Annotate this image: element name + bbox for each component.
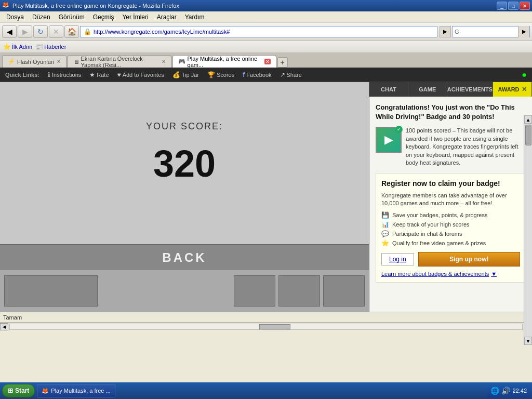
login-button[interactable]: Log in xyxy=(381,253,414,265)
menu-edit[interactable]: Düzen xyxy=(28,12,55,22)
score-value: 320 xyxy=(153,142,216,185)
bookmark-haberler[interactable]: 📰 Haberler xyxy=(35,43,66,50)
address-icon: 🔒 xyxy=(84,28,91,35)
windows-logo: ⊞ xyxy=(8,387,13,394)
volume-tray-icon: 🔊 xyxy=(501,387,510,395)
coin-icon: 💰 xyxy=(172,71,180,78)
thumb-2 xyxy=(278,275,320,307)
search-engine-icon: G xyxy=(453,29,461,35)
status-text: Tamam xyxy=(3,314,529,321)
ql-rate[interactable]: ★ Rate xyxy=(89,71,109,78)
scrollbar-track xyxy=(9,324,523,330)
window-title: Play Multitask, a free online game on Ko… xyxy=(12,3,497,9)
thumb-3 xyxy=(323,275,365,307)
sidebar-tabs: CHAT GAME ACHIEVEMENTS AWARD ✕ xyxy=(369,82,532,97)
benefit-4: ⭐ Qualify for free video games & prizes xyxy=(381,240,520,247)
stop-button[interactable]: ✕ xyxy=(49,25,63,38)
menu-bar: Dosya Düzen Görünüm Geçmiş Yer İmleri Ar… xyxy=(0,11,532,23)
tab-game[interactable]: GAME xyxy=(408,82,447,97)
bookmark-bar: ⭐ İlk Adım 📰 Haberler xyxy=(0,41,532,53)
horizontal-scrollbar[interactable]: ◀ ▶ xyxy=(0,322,532,330)
tab-overclock[interactable]: 🖥 Ekran Kartına Overclock Yapmak (Resi..… xyxy=(68,55,171,68)
congrats-title: Congratulations! You just won the "Do Th… xyxy=(376,103,526,122)
tab-flash[interactable]: ⚡ Flash Oyunları ✕ xyxy=(2,55,66,68)
forward-nav-button[interactable]: ▶ xyxy=(18,25,32,38)
back-nav-button[interactable]: ◀ xyxy=(2,25,17,38)
restore-button[interactable]: □ xyxy=(508,2,518,10)
network-tray-icon: 🌐 xyxy=(490,387,499,395)
kongregate-logo-dot: ● xyxy=(522,70,527,79)
menu-tools[interactable]: Araçlar xyxy=(153,12,181,22)
menu-file[interactable]: Dosya xyxy=(2,12,28,22)
menu-history[interactable]: Geçmiş xyxy=(89,12,118,22)
ql-tipjar[interactable]: 💰 Tip Jar xyxy=(172,71,199,78)
register-box: Register now to claim your badge! Kongre… xyxy=(376,173,526,283)
search-go-button[interactable]: ▶ xyxy=(518,26,529,37)
signup-button[interactable]: Sign up now! xyxy=(418,252,520,267)
tab-close-multitask[interactable]: ✕ xyxy=(264,59,271,64)
ql-favorites[interactable]: ♥ Add to Favorites xyxy=(117,71,164,78)
sidebar: CHAT GAME ACHIEVEMENTS AWARD ✕ Congratul… xyxy=(369,82,532,312)
system-tray: 🌐 🔊 22:42 xyxy=(487,384,530,397)
facebook-icon: f xyxy=(243,71,245,78)
taskbar-multitask[interactable]: 🦊 Play Multitask, a free ... xyxy=(37,384,115,397)
start-button[interactable]: ⊞ Start xyxy=(2,384,35,397)
close-button[interactable]: ✕ xyxy=(520,2,530,10)
scroll-up-arrow[interactable]: ▲ xyxy=(524,115,532,124)
game-panel: YOUR SCORE: 320 BACK xyxy=(0,82,369,312)
taskbar: ⊞ Start 🦊 Play Multitask, a free ... 🌐 🔊… xyxy=(0,382,532,399)
bookmark-ilk-adim[interactable]: ⭐ İlk Adım xyxy=(3,43,32,50)
ql-scores[interactable]: 🏆 Scores xyxy=(207,71,234,78)
scroll-down-arrow[interactable]: ▼ xyxy=(524,337,532,345)
badge-icon: ▶ ✓ xyxy=(376,127,402,153)
scroll-thumb[interactable] xyxy=(525,125,531,145)
ql-share[interactable]: ↗ Share xyxy=(280,71,302,78)
badge-play-icon: ▶ xyxy=(384,133,393,147)
chevron-down-icon: ▼ xyxy=(491,271,497,277)
main-area: Quick Links: ℹ Instructions ★ Rate ♥ Add… xyxy=(0,68,532,312)
badge-row: ▶ ✓ 100 points scored – This badge will … xyxy=(376,127,526,167)
clock: 22:42 xyxy=(512,388,527,394)
firefox-taskbar-icon: 🦊 xyxy=(42,388,49,394)
game-layout: YOUR SCORE: 320 BACK CHAT GAME xyxy=(0,82,532,312)
address-go-button[interactable]: ▶ xyxy=(440,26,451,37)
address-text: http://www.kongregate.com/games/IcyLime/… xyxy=(94,29,434,35)
prize-icon: ⭐ xyxy=(381,240,389,247)
search-bar: G ▶ xyxy=(452,26,530,37)
badge-check-icon: ✓ xyxy=(395,126,403,133)
sidebar-scrollbar[interactable]: ▲ ▼ xyxy=(524,115,532,345)
menu-view[interactable]: Görünüm xyxy=(55,12,89,22)
learn-more-link[interactable]: Learn more about badges & achievements ▼ xyxy=(381,271,520,277)
tab-multitask[interactable]: 🎮 Play Multitask, a free online gam... ✕ xyxy=(172,55,276,68)
award-tab-close[interactable]: ✕ xyxy=(522,86,527,93)
scrollbar-thumb[interactable] xyxy=(259,324,290,329)
score-label: YOUR SCORE: xyxy=(146,121,223,132)
home-button[interactable]: 🏠 xyxy=(64,25,79,38)
scroll-left-button[interactable]: ◀ xyxy=(0,323,8,330)
tab-award[interactable]: AWARD ✕ xyxy=(493,82,532,97)
share-icon: ↗ xyxy=(280,71,285,78)
minimize-button[interactable]: _ xyxy=(497,2,507,10)
heart-icon: ♥ xyxy=(117,71,121,78)
quick-links-bar: Quick Links: ℹ Instructions ★ Rate ♥ Add… xyxy=(0,68,532,82)
menu-bookmarks[interactable]: Yer İmleri xyxy=(118,12,152,22)
benefit-1: 💾 Save your badges, points, & progress xyxy=(381,211,520,219)
back-button[interactable]: BACK xyxy=(0,244,369,270)
tab-close-flash[interactable]: ✕ xyxy=(57,59,61,64)
tab-bar: ⚡ Flash Oyunları ✕ 🖥 Ekran Kartına Overc… xyxy=(0,53,532,68)
tab-achievements[interactable]: ACHIEVEMENTS xyxy=(447,82,493,97)
thumbnail-row xyxy=(0,270,369,312)
ql-facebook[interactable]: f Facebook xyxy=(243,71,271,78)
new-tab-button[interactable]: + xyxy=(277,57,288,68)
tab-chat[interactable]: CHAT xyxy=(369,82,408,97)
address-bar[interactable]: 🔒 http://www.kongregate.com/games/IcyLim… xyxy=(80,26,437,37)
menu-help[interactable]: Yardım xyxy=(181,12,209,22)
status-bar: Tamam xyxy=(0,312,532,322)
star-icon: ⭐ xyxy=(3,43,11,50)
info-icon: ℹ xyxy=(48,71,50,78)
tab-close-overclock[interactable]: ✕ xyxy=(162,59,166,64)
ql-instructions[interactable]: ℹ Instructions xyxy=(48,71,81,78)
tab-multitask-icon: 🎮 xyxy=(178,58,185,65)
browser-icon: 🦊 xyxy=(2,2,10,10)
refresh-button[interactable]: ↻ xyxy=(33,25,48,38)
